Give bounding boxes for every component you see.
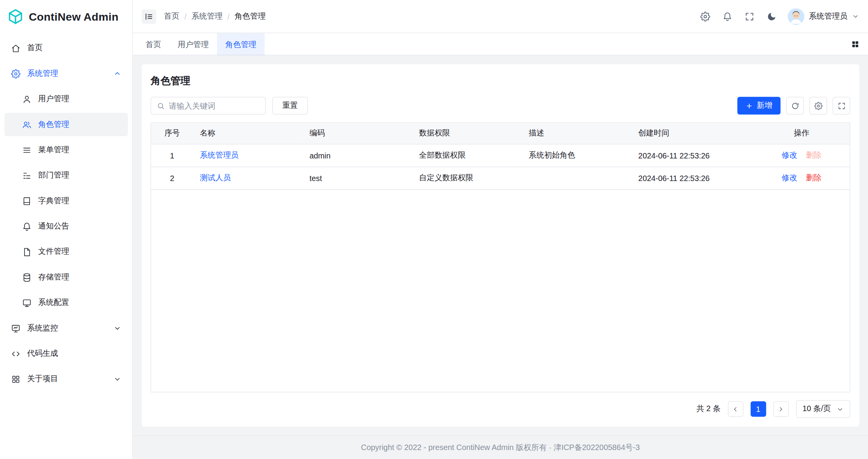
sidebar-item-system-monitor[interactable]: 系统监控 [4, 317, 128, 340]
sidebar-submenu-system-management: 用户管理 角色管理 菜单管理 部门管理 [4, 88, 128, 315]
chevron-down-icon [852, 13, 859, 20]
search-input[interactable] [169, 101, 260, 110]
sidebar-item-label: 系统监控 [27, 323, 58, 333]
row-actions: 修改 删除 [760, 173, 843, 183]
content-card: 角色管理 重置 新增 [142, 64, 859, 427]
user-menu[interactable]: 系统管理员 [788, 8, 859, 25]
footer: Copyright © 2022 - present ContiNew Admi… [133, 436, 868, 459]
cell-description: 系统初始角色 [522, 144, 632, 167]
sidebar: ContiNew Admin 首页 系统管理 用户管理 [0, 0, 133, 459]
tab-home[interactable]: 首页 [137, 33, 169, 55]
sidebar-item-dict-management[interactable]: 字典管理 [4, 189, 128, 213]
pagination-total: 共 2 条 [696, 404, 720, 414]
gear-icon [814, 102, 822, 110]
app-window: ContiNew Admin 首页 系统管理 用户管理 [0, 0, 868, 459]
column-header-description: 描述 [522, 123, 632, 144]
settings-button[interactable] [696, 7, 715, 26]
sidebar-item-label: 通知公告 [38, 222, 69, 232]
sidebar-item-label: 菜单管理 [38, 145, 69, 155]
moon-icon [767, 11, 777, 21]
file-icon [22, 247, 32, 257]
page-size-select[interactable]: 10 条/页 [796, 400, 850, 418]
app-logo[interactable]: ContiNew Admin [0, 0, 132, 33]
search-icon [157, 102, 165, 110]
sidebar-item-code-generation[interactable]: 代码生成 [4, 342, 128, 366]
notifications-button[interactable] [718, 7, 737, 26]
cell-no: 1 [151, 144, 193, 167]
tab-user-management[interactable]: 用户管理 [169, 33, 217, 55]
search-box [151, 97, 266, 114]
cell-data-scope: 全部数据权限 [412, 144, 522, 167]
sidebar-item-file-management[interactable]: 文件管理 [4, 240, 128, 264]
table-fullscreen-button[interactable] [833, 97, 850, 114]
fullscreen-button[interactable] [740, 7, 759, 26]
sidebar-item-menu-management[interactable]: 菜单管理 [4, 138, 128, 162]
sidebar-collapse-button[interactable] [142, 9, 156, 23]
roles-table: 序号 名称 编码 数据权限 描述 创建时间 操作 [151, 122, 850, 392]
sidebar-item-dept-management[interactable]: 部门管理 [4, 164, 128, 187]
logo-icon [7, 8, 24, 25]
sidebar-item-label: 代码生成 [27, 349, 58, 359]
row-actions: 修改 删除 [760, 150, 843, 160]
monitor-icon [22, 298, 32, 308]
sidebar-item-role-management[interactable]: 角色管理 [4, 113, 128, 136]
sidebar-menu: 首页 系统管理 用户管理 角色管理 [0, 33, 132, 459]
table-row: 1 系统管理员 admin 全部数据权限 系统初始角色 2024-06-11 2… [151, 144, 850, 167]
tab-bar: 首页 用户管理 角色管理 [133, 33, 868, 55]
tab-list-button[interactable] [847, 36, 864, 53]
edit-action[interactable]: 修改 [782, 150, 797, 160]
sidebar-item-about-project[interactable]: 关于项目 [4, 368, 128, 391]
sidebar-item-user-management[interactable]: 用户管理 [4, 88, 128, 111]
edit-action[interactable]: 修改 [782, 173, 797, 183]
header-actions: 系统管理员 [696, 7, 859, 26]
role-name-link[interactable]: 系统管理员 [200, 150, 239, 159]
breadcrumb-separator: / [227, 12, 230, 21]
avatar [788, 8, 805, 25]
avatar-image [788, 8, 805, 25]
breadcrumb-item-system[interactable]: 系统管理 [192, 11, 223, 21]
sidebar-item-system-config[interactable]: 系统配置 [4, 291, 128, 315]
copyright-text: Copyright © 2022 - present ContiNew Admi… [361, 443, 640, 453]
prev-page-button[interactable] [728, 401, 743, 417]
delete-action[interactable]: 删除 [806, 173, 822, 183]
add-button-label: 新增 [757, 101, 772, 111]
gear-icon [700, 11, 710, 21]
next-page-button[interactable] [773, 401, 789, 417]
tab-role-management[interactable]: 角色管理 [217, 33, 264, 55]
column-header-no: 序号 [151, 123, 193, 144]
code-icon [11, 349, 20, 358]
page-number-current[interactable]: 1 [750, 401, 766, 417]
fullscreen-icon [837, 102, 845, 110]
sidebar-item-system-management[interactable]: 系统管理 [4, 62, 128, 85]
bell-icon [722, 11, 732, 21]
table-header-row: 序号 名称 编码 数据权限 描述 创建时间 操作 [151, 123, 850, 144]
username: 系统管理员 [809, 11, 848, 21]
cell-code: admin [303, 144, 412, 167]
apps-grid-icon [851, 40, 860, 49]
user-group-icon [22, 120, 32, 129]
breadcrumb: 首页 / 系统管理 / 角色管理 [164, 11, 266, 21]
table-row: 2 测试人员 test 自定义数据权限 2024-06-11 22:53:26 … [151, 167, 850, 189]
chevron-right-icon [777, 405, 784, 412]
column-settings-button[interactable] [809, 97, 827, 114]
reset-button[interactable]: 重置 [272, 97, 308, 114]
menu-fold-icon [144, 12, 153, 21]
theme-toggle-button[interactable] [762, 7, 781, 26]
user-icon [22, 94, 32, 104]
bell-icon [22, 222, 32, 231]
sidebar-item-storage-management[interactable]: 存储管理 [4, 266, 128, 289]
refresh-button[interactable] [786, 97, 804, 114]
toolbar-actions: 新增 [738, 97, 850, 114]
sidebar-item-home[interactable]: 首页 [4, 37, 128, 60]
gear-icon [11, 69, 20, 78]
sidebar-item-label: 关于项目 [27, 374, 58, 384]
cell-code: test [303, 167, 412, 189]
add-button[interactable]: 新增 [738, 97, 781, 114]
delete-action-disabled[interactable]: 删除 [806, 150, 822, 160]
sidebar-item-label: 系统管理 [27, 69, 58, 79]
role-name-link[interactable]: 测试人员 [200, 173, 231, 182]
breadcrumb-separator: / [184, 12, 187, 21]
app-title: ContiNew Admin [29, 10, 118, 23]
breadcrumb-item-home[interactable]: 首页 [164, 11, 180, 21]
sidebar-item-notice[interactable]: 通知公告 [4, 215, 128, 238]
